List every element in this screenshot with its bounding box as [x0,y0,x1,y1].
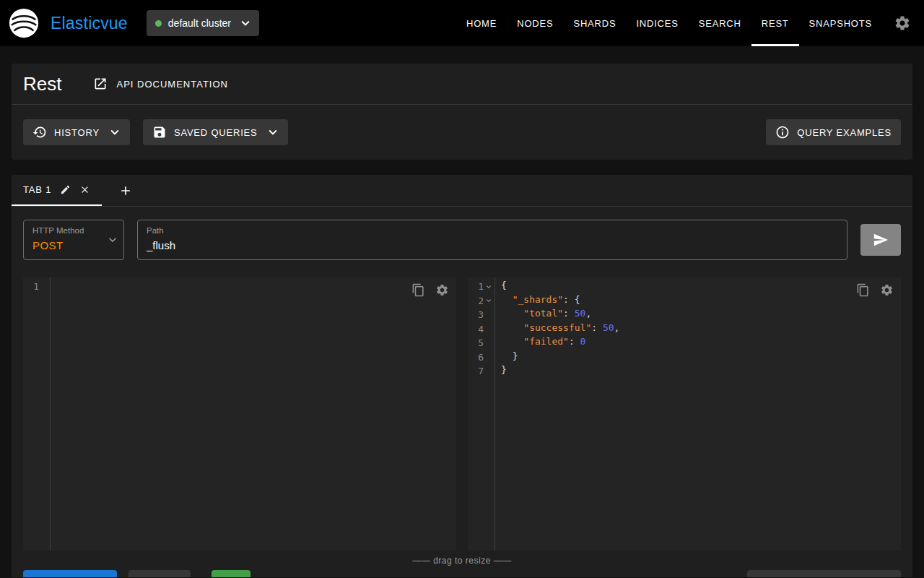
request-editor-gutter: 1 [23,277,51,551]
path-label: Path [147,225,838,236]
line-number: 2 [468,294,494,309]
code-line: { [501,280,895,294]
rest-query-card: TAB 1 HTTP Method POST Path [12,175,912,577]
path-field: Path [137,220,847,260]
line-number: 5 [468,336,494,350]
resize-handle[interactable]: —— drag to resize —— [12,551,912,570]
send-request-button[interactable] [860,224,901,256]
copy-icon [856,283,870,297]
path-input[interactable] [147,236,838,254]
tab-label: TAB 1 [23,184,51,195]
copy-request-button[interactable] [411,283,425,297]
main-nav: HOME NODES SHARDS INDICES SEARCH REST SN… [456,0,882,46]
api-documentation-link[interactable]: API DOCUMENTATION [93,77,227,91]
rest-header-card: Rest API DOCUMENTATION HISTORY SAVED QUE… [12,64,912,160]
copy-response-button[interactable] [856,283,870,297]
code-line: } [501,364,895,379]
code-line: "failed": 0 [501,336,895,350]
nav-item-shards[interactable]: SHARDS [563,0,626,46]
saved-queries-label: SAVED QUERIES [174,127,258,138]
nav-item-indices[interactable]: INDICES [626,0,688,46]
save-icon [152,125,167,139]
line-number: 1 [468,280,494,294]
chevron-down-icon [237,15,253,31]
page-title: Rest [23,73,61,95]
history-button[interactable]: HISTORY [23,119,130,145]
query-toolbar: HISTORY SAVED QUERIES QUERY EXAMPLES [12,105,912,160]
response-editor-code[interactable]: { "_shards": { "total": 50, "successful"… [495,277,901,551]
code-line: } [501,350,895,365]
nav-item-search[interactable]: SEARCH [689,0,751,46]
line-number: 7 [468,364,494,379]
footer-buttons [12,570,912,577]
history-label: HISTORY [54,127,100,138]
response-editor-settings-button[interactable] [880,283,894,297]
navbar: Elasticvue default cluster HOME NODES SH… [0,0,924,46]
api-documentation-label: API DOCUMENTATION [116,79,227,90]
line-number: 1 [23,280,50,294]
footer-primary-button[interactable] [23,570,117,577]
nav-item-nodes[interactable]: NODES [507,0,563,46]
close-tab-icon[interactable] [79,184,90,195]
fold-toggle-icon[interactable] [484,282,494,292]
request-form: HTTP Method POST Path [12,207,912,277]
add-tab-button[interactable] [109,175,142,206]
tab-bar: TAB 1 [12,175,912,207]
editors-row: 1 1234567 { "_shards": { "total": 50, "s… [12,277,912,551]
request-editor-actions [411,283,449,297]
plus-icon [118,184,133,198]
nav-item-snapshots[interactable]: SNAPSHOTS [799,0,882,46]
http-method-select[interactable]: HTTP Method POST [23,220,124,260]
response-editor-actions [856,283,894,297]
edit-tab-icon[interactable] [60,184,71,195]
page-header: Rest API DOCUMENTATION [12,64,912,105]
http-method-label: HTTP Method [32,225,115,236]
fold-toggle-icon[interactable] [484,296,494,306]
request-body-editor[interactable]: 1 [23,277,456,551]
send-icon [873,232,889,248]
request-editor-code[interactable] [51,277,456,551]
footer-secondary-button[interactable] [128,570,191,577]
code-line: "total": 50, [501,308,895,322]
query-examples-label: QUERY EXAMPLES [797,127,892,138]
request-editor-settings-button[interactable] [435,283,449,297]
saved-queries-button[interactable]: SAVED QUERIES [143,119,288,145]
cluster-status-dot [155,20,162,27]
gear-icon [435,283,449,297]
code-line: "successful": 50, [501,322,895,337]
gear-icon [880,283,894,297]
response-editor-gutter: 1234567 [468,277,495,551]
code-line [56,280,450,294]
footer-success-button[interactable] [212,570,250,577]
elasticvue-logo [7,7,40,40]
tab-1[interactable]: TAB 1 [12,175,102,206]
info-icon [775,125,790,139]
line-number: 6 [468,350,494,365]
external-link-icon [93,77,108,91]
brand-title[interactable]: Elasticvue [51,14,128,33]
line-number: 4 [468,322,494,337]
copy-icon [411,283,425,297]
line-number: 3 [468,308,494,322]
http-method-value: POST [32,239,63,251]
response-editor[interactable]: 1234567 { "_shards": { "total": 50, "suc… [468,277,901,551]
cluster-select-button[interactable]: default cluster [147,10,259,36]
chevron-down-icon [107,124,123,140]
navbar-left: Elasticvue default cluster [7,0,259,46]
nav-item-home[interactable]: HOME [456,0,507,46]
query-examples-button[interactable]: QUERY EXAMPLES [766,119,901,145]
cluster-name: default cluster [168,17,231,29]
footer-right-button[interactable] [747,570,901,577]
nav-item-rest[interactable]: REST [751,0,799,46]
code-line: "_shards": { [501,294,895,309]
history-icon [32,125,47,139]
chevron-down-icon [105,233,120,247]
chevron-down-icon [265,124,281,140]
page-content: Rest API DOCUMENTATION HISTORY SAVED QUE… [0,46,924,577]
settings-button[interactable] [889,0,915,46]
gear-icon [894,14,911,32]
